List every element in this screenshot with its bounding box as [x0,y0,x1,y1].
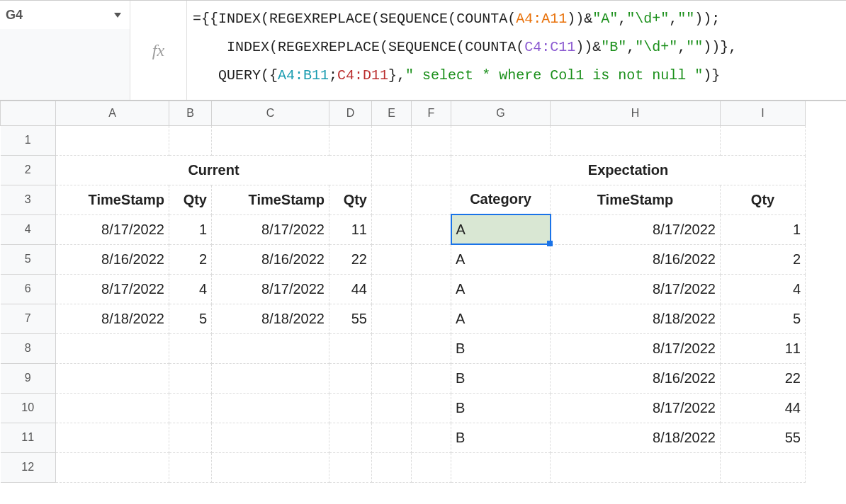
cell[interactable] [372,304,412,333]
cell[interactable] [329,125,372,155]
cell[interactable] [551,125,721,155]
cell[interactable] [372,274,412,304]
column-header[interactable]: E [372,101,412,125]
cell[interactable] [56,393,169,423]
column-header[interactable]: F [412,101,451,125]
column-header[interactable]: A [56,101,169,125]
cell[interactable]: B [451,333,551,363]
cell[interactable] [329,363,372,393]
cell[interactable] [372,244,412,274]
cell[interactable] [56,452,169,482]
cell[interactable]: 8/18/2022 [551,304,721,333]
cell[interactable] [412,185,451,214]
cell[interactable]: 8/17/2022 [56,274,169,304]
cell[interactable]: 5 [169,304,212,333]
cell[interactable] [412,155,451,185]
row-header[interactable]: 2 [1,155,56,185]
cell[interactable] [551,452,721,482]
cell[interactable]: Category [451,185,551,214]
cell[interactable] [329,333,372,363]
cell[interactable] [451,125,551,155]
cell[interactable]: 22 [721,363,806,393]
cell[interactable] [56,125,169,155]
cell[interactable]: 4 [721,274,806,304]
cell[interactable]: 22 [329,244,372,274]
select-all-corner[interactable] [1,101,56,125]
cell[interactable] [412,393,451,423]
cell[interactable] [412,333,451,363]
section-title-current[interactable]: Current [56,155,372,185]
cell[interactable] [212,363,329,393]
formula-input[interactable]: ={{INDEX(REGEXREPLACE(SEQUENCE(COUNTA(A4… [187,1,846,94]
cell[interactable]: 8/16/2022 [551,363,721,393]
cell[interactable] [169,363,212,393]
row-header[interactable]: 11 [1,423,56,452]
cell[interactable]: 8/17/2022 [551,393,721,423]
cell[interactable]: 8/17/2022 [551,274,721,304]
cell[interactable]: Qty [329,185,372,214]
cell[interactable] [169,333,212,363]
cell[interactable]: 2 [721,244,806,274]
column-header[interactable]: I [721,101,806,125]
cell[interactable] [212,423,329,452]
spreadsheet-grid[interactable]: ABCDEFGHI12CurrentExpectation3TimeStampQ… [0,101,846,504]
cell[interactable] [412,363,451,393]
cell[interactable] [169,125,212,155]
cell[interactable]: Qty [169,185,212,214]
cell[interactable]: 11 [721,333,806,363]
cell[interactable] [372,393,412,423]
column-header[interactable]: H [551,101,721,125]
cell[interactable]: B [451,423,551,452]
cell[interactable] [372,423,412,452]
row-header[interactable]: 12 [1,452,56,482]
column-header[interactable]: C [212,101,329,125]
cell[interactable] [412,214,451,244]
section-title-expectation[interactable]: Expectation [451,155,806,185]
cell[interactable] [56,363,169,393]
cell[interactable] [412,244,451,274]
cell[interactable]: 11 [329,214,372,244]
row-header[interactable]: 7 [1,304,56,333]
cell[interactable]: 8/18/2022 [212,304,329,333]
cell[interactable]: 8/17/2022 [212,274,329,304]
cell[interactable] [212,393,329,423]
cell[interactable] [372,214,412,244]
cell[interactable] [412,452,451,482]
cell[interactable]: 8/16/2022 [212,244,329,274]
cell[interactable] [372,155,412,185]
cell[interactable]: 8/18/2022 [56,304,169,333]
cell[interactable]: TimeStamp [56,185,169,214]
cell[interactable] [56,333,169,363]
cell[interactable] [329,452,372,482]
row-header[interactable]: 6 [1,274,56,304]
cell[interactable] [212,452,329,482]
cell[interactable] [212,125,329,155]
cell[interactable]: 5 [721,304,806,333]
cell[interactable]: 1 [721,214,806,244]
cell[interactable] [372,185,412,214]
name-box[interactable]: G4 [0,1,130,29]
cell[interactable]: 8/16/2022 [551,244,721,274]
column-header[interactable]: D [329,101,372,125]
row-header[interactable]: 8 [1,333,56,363]
row-header[interactable]: 5 [1,244,56,274]
cell[interactable]: TimeStamp [212,185,329,214]
cell[interactable] [329,393,372,423]
cell[interactable] [169,423,212,452]
cell[interactable]: B [451,393,551,423]
row-header[interactable]: 10 [1,393,56,423]
cell[interactable] [372,452,412,482]
cell[interactable] [412,423,451,452]
cell[interactable]: 4 [169,274,212,304]
cell[interactable]: 44 [721,393,806,423]
column-header[interactable]: G [451,101,551,125]
cell[interactable] [372,125,412,155]
cell[interactable]: 8/17/2022 [212,214,329,244]
row-header[interactable]: 3 [1,185,56,214]
cell[interactable]: 44 [329,274,372,304]
cell[interactable]: 1 [169,214,212,244]
cell[interactable] [721,452,806,482]
selected-cell[interactable]: A [451,214,551,244]
cell[interactable] [329,423,372,452]
cell[interactable] [372,333,412,363]
